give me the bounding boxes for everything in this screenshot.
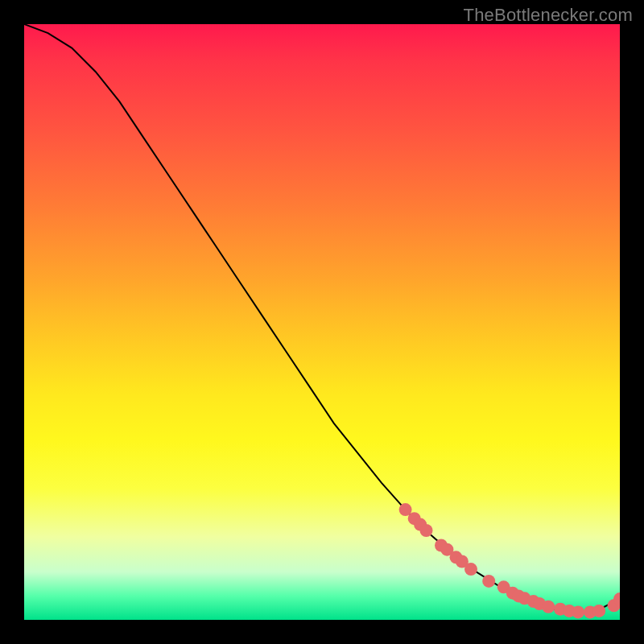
data-point (464, 563, 477, 576)
data-point (592, 605, 605, 617)
data-point (420, 524, 433, 537)
chart-svg (24, 24, 620, 620)
data-point (572, 605, 584, 618)
watermark-label: TheBottlenecker.com (464, 5, 633, 26)
plot-area (24, 24, 620, 620)
curve-line (24, 24, 620, 613)
data-point (482, 575, 495, 588)
data-markers (399, 503, 620, 618)
chart-frame: TheBottlenecker.com (0, 0, 644, 644)
data-point (542, 601, 555, 613)
